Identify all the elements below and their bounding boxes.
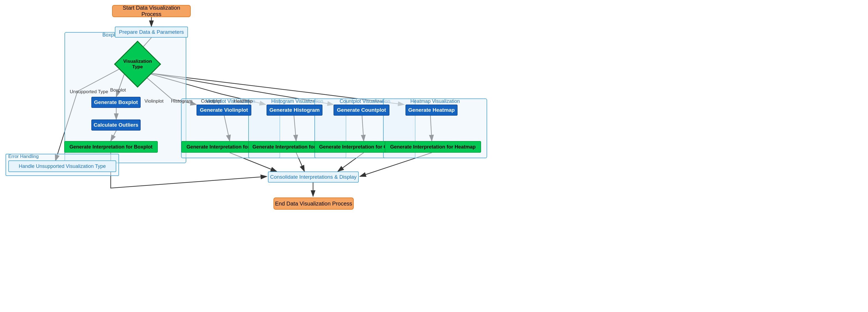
calc-outliers-node: Calculate Outliers: [91, 119, 141, 131]
gen-countplot-node: Generate Countplot: [334, 105, 390, 116]
gen-violinplot-node: Generate Violinplot: [196, 105, 251, 116]
end-node: End Data Visualization Process: [274, 198, 354, 210]
edge-label-violinplot: Violinplot: [145, 99, 163, 104]
handle-unsupported-node: Handle Unsupported Visualization Type: [8, 161, 116, 172]
subgraph-countplot-label: Countplot Visualization: [340, 99, 390, 104]
edge-label-countplot: Countplot: [201, 99, 221, 104]
edge-label-histogram: Histogram: [171, 99, 192, 104]
viz-type-label: Visualization Type: [121, 47, 154, 81]
interp-boxplot-node: Generate Interpretation for Boxplot: [64, 141, 158, 153]
consolidate-node: Consolidate Interpretations & Display: [268, 172, 359, 182]
subgraph-error-label: Error Handling: [8, 154, 39, 159]
edge-label-unsupported: Unsupported Type: [70, 89, 108, 95]
start-node: Start Data Visualization Process: [112, 5, 191, 17]
edge-label-heatmap: Heatmap: [234, 99, 253, 104]
prepare-node: Prepare Data & Parameters: [115, 27, 188, 38]
subgraph-heatmap-label: Heatmap Visualization: [410, 99, 460, 104]
interp-heatmap-node: Generate Interpretation for Heatmap: [385, 141, 481, 153]
gen-heatmap-node: Generate Heatmap: [405, 105, 458, 116]
gen-histogram-node: Generate Histogram: [267, 105, 322, 116]
gen-boxplot-node: Generate Boxplot: [91, 97, 141, 108]
diagram-container: Boxplot Visualization Error Handling Vio…: [0, 0, 868, 312]
edge-label-boxplot: Boxplot: [110, 88, 126, 93]
